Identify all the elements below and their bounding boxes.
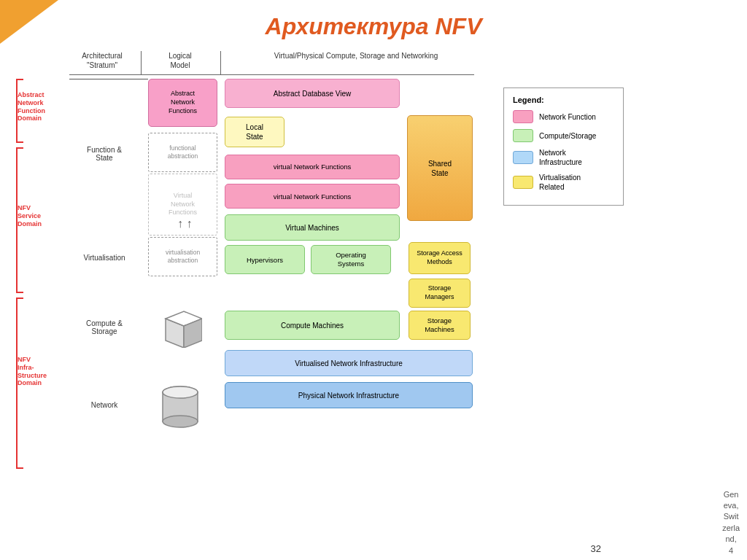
legend-label-2: Compute/Storage [539,131,596,141]
svg-point-5 [163,416,198,427]
hypervisors-box: Hypervisors [225,245,305,274]
legend-title: Legend: [513,96,614,104]
legend-color-1 [513,110,533,123]
svg-point-6 [163,386,198,398]
physical-network-box: Physical Network Infrastructure [225,382,473,408]
functional-abstraction-box: functionalabstraction [148,133,217,172]
legend-label-1: Network Function [539,112,596,122]
col-sep-1 [141,51,142,74]
col-header-1: Architectural"Stratum" [69,51,135,70]
domain-label-1: AbstractNetworkFunctionDomain [18,91,65,122]
legend-color-2 [513,129,533,142]
network-label: Network [71,401,137,409]
virtual-nf1-box: virtual Network Functions [225,155,400,179]
shared-state-box: SharedState [407,115,473,221]
abstract-db-box: Abstract Database View [225,79,400,108]
col-header-2: LogicalModel [141,51,220,70]
geneva-text: Geneva,Switzerland,4 [722,489,740,556]
legend-color-4 [513,176,533,189]
legend-item-4: VirtualisationRelated [513,173,614,192]
legend-color-3 [513,151,533,164]
col-sep-2 [220,51,221,74]
storage-access-box: Storage AccessMethods [409,242,471,274]
domain-label-2: NFVServiceDomain [18,204,65,228]
storage-managers-box: StorageManagers [409,279,471,308]
nfv-diagram: Architectural"Stratum" LogicalModel Virt… [15,51,496,518]
main-content: Architectural"Stratum" LogicalModel Virt… [0,51,747,518]
corner-decoration [0,0,58,44]
page-number: 32 [591,543,601,554]
compute-machines-box: Compute Machines [225,311,400,340]
virtual-machines-box: Virtual Machines [225,214,400,241]
col-header-3: Virtual/Physical Compute, Storage and Ne… [220,51,492,70]
virtualisation-label: Virtualisation [71,254,137,262]
col-headers: Architectural"Stratum" LogicalModel Virt… [69,51,492,70]
operating-systems-box: OperatingSystems [311,245,391,274]
page-title: Архитектура NFV [0,0,747,47]
abstract-nf-box: AbstractNetworkFunctions [148,79,217,127]
virtualisation-abstraction-box: virtualisationabstraction [148,237,217,276]
arrows-up: ↑ ↑ [177,217,192,230]
legend-item-2: Compute/Storage [513,129,614,142]
legend-label-3: NetworkInfrastructure [539,148,582,167]
local-state-box: LocalState [225,117,285,147]
function-state-label: Function &State [71,146,137,162]
storage-machines-box: StorageMachines [409,311,471,340]
cylinder-icon [148,379,212,430]
virtualised-network-box: Virtualised Network Infrastructure [225,350,473,376]
cube-icon [148,300,212,351]
legend-item-3: NetworkInfrastructure [513,148,614,167]
legend-label-4: VirtualisationRelated [539,173,581,192]
legend: Legend: Network Function Compute/Storage… [503,88,624,206]
legend-item-1: Network Function [513,110,614,123]
conn-top [69,79,148,79]
compute-storage-label: Compute &Storage [71,319,137,335]
virtual-nf2-box: virtual Network Functions [225,184,400,209]
domain-label-3: NFVInfra-StructureDomain [18,356,65,387]
header-separator [69,74,474,75]
